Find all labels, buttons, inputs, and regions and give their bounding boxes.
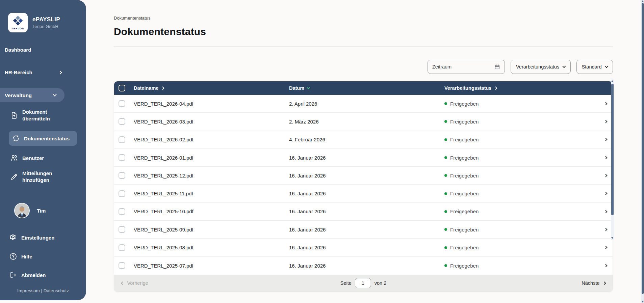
sidebar-item-dokument-uebermitteln[interactable]: Dokument übermitteln: [10, 109, 73, 122]
sidebar-user[interactable]: Tim: [14, 203, 46, 218]
help-icon: [9, 252, 17, 260]
table-row[interactable]: VERD_TERL_2025-07.pdf 16. Januar 2026 Fr…: [114, 257, 613, 275]
row-chevron-right-icon[interactable]: [604, 156, 607, 159]
row-checkbox[interactable]: [119, 208, 125, 215]
column-label: Dateiname: [134, 85, 158, 91]
row-chevron-right-icon[interactable]: [604, 102, 607, 105]
table-header: Dateiname Datum Verarbeitungsstatus: [114, 81, 613, 95]
sidebar-item-dokumentenstatus[interactable]: Dokumentenstatus: [9, 131, 77, 146]
status-badge: Freigegeben: [444, 173, 598, 178]
column-header-datum[interactable]: Datum: [289, 85, 444, 91]
logo-label: TERLON: [11, 27, 24, 30]
status-dot-icon: [444, 120, 447, 123]
row-chevron-right-icon[interactable]: [604, 120, 607, 123]
sidebar-item-benutzer[interactable]: Benutzer: [10, 154, 44, 162]
verarbeitungsstatus-dropdown[interactable]: Verarbeitungsstatus: [511, 60, 571, 74]
table-row[interactable]: VERD_TERL_2026-04.pdf 2. April 2026 Frei…: [114, 95, 613, 113]
status-dot-icon: [444, 102, 447, 105]
table-scrollbar-thumb[interactable]: [611, 84, 614, 215]
chevron-right-icon: [602, 281, 606, 284]
sidebar-item-mitteilungen-hinzufuegen[interactable]: Mitteilungen hinzufügen: [10, 170, 73, 184]
row-checkbox[interactable]: [119, 190, 125, 197]
avatar: [14, 203, 30, 218]
status-badge: Freigegeben: [444, 137, 598, 142]
sidebar-item-label: Dashboard: [5, 47, 31, 53]
scroll-up-arrow-icon[interactable]: [642, 0, 644, 2]
sidebar-item-hilfe[interactable]: Hilfe: [9, 252, 32, 260]
row-checkbox[interactable]: [119, 154, 125, 161]
column-label: Verarbeitungsstatus: [444, 85, 491, 91]
chevron-down-icon: [605, 64, 608, 67]
sidebar-item-einstellungen[interactable]: Einstellungen: [9, 233, 54, 242]
column-header-dateiname[interactable]: Dateiname: [134, 85, 289, 91]
row-chevron-right-icon[interactable]: [604, 174, 607, 177]
row-chevron-right-icon[interactable]: [604, 210, 607, 213]
legal-links[interactable]: Impressum | Datenschutz: [0, 288, 86, 293]
select-all-checkbox[interactable]: [119, 85, 125, 91]
app-logo: TERLON ePAYSLIP Terlon GmbH: [8, 13, 60, 32]
documents-table: Dateiname Datum Verarbeitungsstatus VERD…: [114, 81, 613, 292]
scroll-down-arrow-icon[interactable]: [611, 237, 613, 239]
page-scrollbar-thumb[interactable]: [642, 3, 644, 294]
chevron-right-icon: [58, 71, 62, 74]
sidebar-item-hr-bereich[interactable]: HR-Bereich: [5, 70, 61, 75]
calendar-icon: [494, 64, 500, 70]
row-checkbox[interactable]: [119, 226, 125, 233]
previous-page-button[interactable]: Vorherige: [122, 280, 148, 286]
status-dot-icon: [444, 174, 447, 177]
sidebar-item-abmelden[interactable]: Abmelden: [9, 271, 46, 279]
page-title: Dokumentenstatus: [114, 26, 613, 37]
row-chevron-right-icon[interactable]: [604, 192, 607, 195]
scroll-down-arrow-icon[interactable]: [642, 301, 644, 303]
row-chevron-right-icon[interactable]: [604, 264, 607, 267]
row-checkbox[interactable]: [119, 118, 125, 125]
row-chevron-right-icon[interactable]: [604, 138, 607, 141]
status-badge: Freigegeben: [444, 227, 598, 232]
table-scrollbar[interactable]: [611, 79, 614, 240]
table-rows: VERD_TERL_2026-04.pdf 2. April 2026 Frei…: [114, 95, 613, 275]
column-header-verarbeitungsstatus[interactable]: Verarbeitungsstatus: [444, 85, 598, 91]
row-checkbox[interactable]: [119, 100, 125, 107]
status-badge: Freigegeben: [444, 191, 598, 196]
sidebar-item-label: Benutzer: [22, 155, 44, 161]
sidebar-item-label: Verwaltung: [5, 92, 32, 98]
zeitraum-filter[interactable]: [428, 60, 505, 74]
date-value: 16. Januar 2026: [289, 191, 444, 196]
date-value: 16. Januar 2026: [289, 155, 444, 161]
row-checkbox[interactable]: [119, 172, 125, 179]
table-row[interactable]: VERD_TERL_2025-08.pdf 16. Januar 2026 Fr…: [114, 239, 613, 256]
of-label: von 2: [375, 280, 387, 286]
ansicht-dropdown[interactable]: Standard: [576, 60, 613, 74]
table-row[interactable]: VERD_TERL_2026-03.pdf 2. März 2026 Freig…: [114, 113, 613, 131]
row-chevron-right-icon[interactable]: [604, 246, 607, 249]
table-row[interactable]: VERD_TERL_2026-01.pdf 16. Januar 2026 Fr…: [114, 149, 613, 167]
row-checkbox[interactable]: [119, 262, 125, 269]
status-dot-icon: [444, 246, 447, 249]
breadcrumb[interactable]: Dokumentenstatus: [114, 0, 613, 21]
next-page-button[interactable]: Nächste: [582, 280, 605, 286]
page-number-input[interactable]: [355, 278, 371, 288]
date-value: 16. Januar 2026: [289, 245, 444, 250]
sidebar-item-verwaltung[interactable]: Verwaltung: [0, 88, 65, 102]
sidebar-item-label: Einstellungen: [21, 235, 54, 241]
scroll-up-arrow-icon[interactable]: [611, 80, 613, 82]
row-checkbox[interactable]: [119, 136, 125, 143]
sort-chevron-right-icon: [494, 86, 497, 89]
table-row[interactable]: VERD_TERL_2026-02.pdf 4. Februar 2026 Fr…: [114, 131, 613, 149]
table-row[interactable]: VERD_TERL_2025-10.pdf 16. Januar 2026 Fr…: [114, 203, 613, 221]
sidebar-item-dashboard[interactable]: Dashboard: [5, 47, 61, 53]
row-checkbox[interactable]: [119, 244, 125, 251]
column-label: Datum: [289, 85, 304, 91]
zeitraum-input[interactable]: [432, 64, 483, 70]
user-name: Tim: [37, 208, 46, 214]
dropdown-label: Standard: [582, 64, 602, 70]
sidebar-item-label: Dokumentenstatus: [24, 136, 70, 141]
table-row[interactable]: VERD_TERL_2025-11.pdf 16. Januar 2026 Fr…: [114, 185, 613, 202]
sidebar-item-label: Hilfe: [21, 254, 32, 259]
document-upload-icon: [10, 111, 18, 119]
sort-chevron-down-icon: [307, 86, 310, 89]
page-scrollbar[interactable]: [641, 0, 644, 303]
table-row[interactable]: VERD_TERL_2025-09.pdf 16. Januar 2026 Fr…: [114, 221, 613, 239]
row-chevron-right-icon[interactable]: [604, 228, 607, 231]
table-row[interactable]: VERD_TERL_2025-12.pdf 16. Januar 2026 Fr…: [114, 167, 613, 185]
